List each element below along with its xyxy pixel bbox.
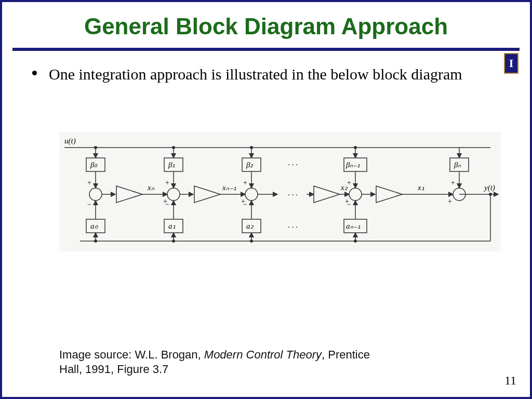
svg-text:−: − — [347, 201, 351, 208]
svg-text:+: + — [347, 179, 351, 187]
summing-junction-1 — [167, 188, 180, 201]
output-label: y(t) — [483, 183, 495, 192]
beta-n1: βₙ₋₁ — [345, 161, 360, 169]
block-diagram-svg: u(t) y(t) β₀ + − a₀ — [59, 132, 501, 251]
title-underline — [12, 48, 520, 51]
integrator-k — [314, 186, 340, 203]
block-diagram: u(t) y(t) β₀ + − a₀ — [59, 132, 501, 251]
summing-junction-n1 — [349, 188, 362, 201]
svg-text:−: − — [165, 201, 169, 208]
svg-point-18 — [172, 146, 175, 149]
logo-letter: I — [509, 58, 514, 69]
integrator-0 — [116, 186, 142, 203]
state-xn1: xₙ₋₁ — [222, 183, 236, 192]
beta-1: β₁ — [168, 161, 175, 169]
svg-point-39 — [250, 240, 253, 243]
beta-2: β₂ — [246, 161, 254, 169]
input-label: u(t) — [64, 137, 76, 145]
ellipsis-bot: · · · — [288, 223, 298, 231]
slide-frame: General Block Diagram Approach I One int… — [0, 0, 532, 399]
summing-junction-0 — [89, 188, 102, 201]
bullet-icon — [32, 71, 37, 75]
svg-point-53 — [354, 240, 357, 243]
state-x1: x₁ — [417, 183, 424, 192]
page-number: 11 — [504, 374, 516, 388]
slide-title: General Block Diagram Approach — [2, 14, 530, 39]
alpha-n1: aₙ₋₁ — [346, 222, 361, 230]
svg-point-45 — [354, 146, 357, 149]
summing-junction-2 — [245, 188, 258, 201]
svg-text:+: + — [87, 179, 91, 187]
svg-point-61 — [489, 193, 492, 196]
svg-text:−: − — [243, 201, 247, 208]
svg-text:−: − — [87, 201, 91, 208]
bullet-text: One integration approach is illustrated … — [49, 65, 462, 83]
alpha-2: a₂ — [246, 222, 254, 230]
ellipsis-mid: · · · — [288, 191, 298, 199]
svg-point-26 — [172, 240, 175, 243]
svg-point-13 — [94, 240, 97, 243]
alpha-1: a₁ — [168, 222, 176, 230]
ellipsis-top: · · · — [288, 161, 298, 169]
integrator-last — [376, 186, 402, 203]
university-logo: I — [504, 53, 518, 74]
state-xn: xₙ — [147, 183, 155, 192]
beta-n: βₙ — [454, 161, 461, 169]
svg-point-5 — [94, 146, 97, 149]
citation-prefix: Image source: W.L. Brogan, — [59, 348, 204, 361]
svg-text:+: + — [451, 179, 455, 187]
alpha-0: a₀ — [90, 222, 98, 230]
svg-text:+: + — [243, 179, 247, 187]
svg-point-31 — [250, 146, 253, 149]
bullet-item: One integration approach is illustrated … — [49, 64, 494, 84]
svg-text:+: + — [448, 197, 452, 205]
citation-book: Modern Control Theory — [204, 348, 322, 361]
beta-0: β₀ — [90, 161, 98, 169]
image-citation: Image source: W.L. Brogan, Modern Contro… — [59, 348, 371, 377]
integrator-1 — [194, 186, 220, 203]
svg-text:+: + — [165, 179, 169, 187]
